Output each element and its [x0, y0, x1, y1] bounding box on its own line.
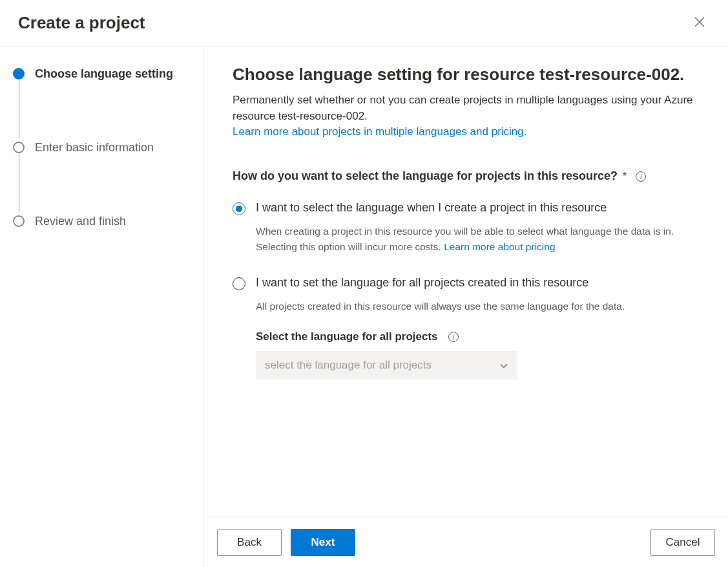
step-connector [19, 154, 19, 212]
step-choose-language-setting[interactable]: Choose language setting [13, 66, 196, 81]
next-button[interactable]: Next [291, 529, 355, 556]
cancel-button[interactable]: Cancel [650, 529, 715, 556]
back-button[interactable]: Back [217, 529, 282, 556]
step-connector [19, 80, 19, 138]
dialog-title: Create a project [18, 13, 145, 33]
option-label[interactable]: I want to set the language for all proje… [256, 276, 700, 290]
language-option-group: I want to select the language when I cre… [233, 201, 700, 380]
step-enter-basic-information[interactable]: Enter basic information [13, 140, 196, 155]
wizard-stepper: Choose language setting Enter basic info… [13, 66, 196, 229]
step-label: Review and finish [35, 215, 126, 228]
language-select-placeholder: select the language for all projects [265, 359, 432, 372]
step-marker-icon [13, 215, 25, 227]
option-label[interactable]: I want to select the language when I cre… [256, 201, 700, 215]
step-marker-icon [13, 68, 25, 80]
option-set-for-all-projects: I want to set the language for all proje… [233, 276, 700, 380]
option-description: All projects created in this resource wi… [256, 299, 700, 314]
question-label: How do you want to select the language f… [233, 169, 618, 183]
chevron-down-icon [499, 361, 508, 370]
language-select-label: Select the language for all projects [256, 330, 438, 343]
page-subtitle: Permanently set whether or not you can c… [233, 92, 700, 124]
info-icon[interactable]: i [448, 332, 459, 342]
close-button[interactable] [689, 13, 710, 34]
step-label: Choose language setting [35, 67, 173, 81]
step-marker-icon [13, 142, 25, 153]
radio-select-per-project[interactable] [233, 202, 245, 215]
required-indicator: * [623, 171, 627, 182]
info-icon[interactable]: i [636, 171, 646, 182]
option-select-per-project: I want to select the language when I cre… [233, 201, 700, 254]
wizard-main: Choose language setting for resource tes… [204, 47, 728, 567]
dialog-header: Create a project [0, 0, 728, 47]
radio-set-for-all-projects[interactable] [233, 277, 245, 290]
learn-more-pricing-link[interactable]: Learn more about pricing [444, 241, 555, 252]
close-icon [694, 17, 705, 30]
language-select[interactable]: select the language for all projects [256, 351, 517, 380]
step-review-and-finish[interactable]: Review and finish [13, 213, 196, 229]
wizard-footer: Back Next Cancel [204, 517, 728, 567]
step-label: Enter basic information [35, 141, 154, 155]
page-heading: Choose language setting for resource tes… [233, 65, 700, 85]
wizard-sidebar: Choose language setting Enter basic info… [0, 47, 204, 567]
option-description: When creating a project in this resource… [256, 224, 700, 254]
learn-more-languages-link[interactable]: Learn more about projects in multiple la… [233, 125, 527, 138]
